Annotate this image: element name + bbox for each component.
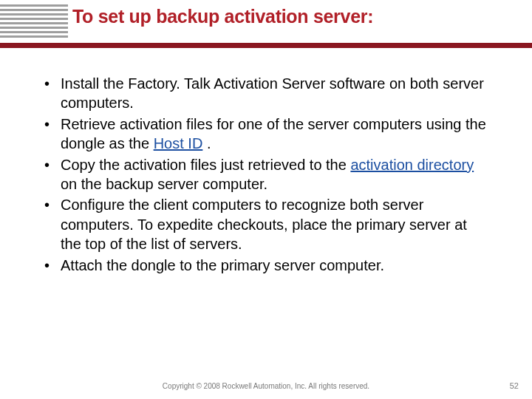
- copyright-footer: Copyright © 2008 Rockwell Automation, In…: [0, 382, 532, 390]
- slide-header: To set up backup activation server:: [0, 0, 532, 53]
- list-item: Configure the client computers to recogn…: [41, 195, 489, 253]
- bullet-text-post: .: [202, 135, 211, 151]
- list-item: Retrieve activation files for one of the…: [41, 115, 489, 154]
- bullet-list: Install the Factory. Talk Activation Ser…: [41, 74, 489, 275]
- slide-title: To set up backup activation server:: [72, 6, 373, 27]
- host-id-link[interactable]: Host ID: [154, 135, 203, 151]
- bullet-text: Install the Factory. Talk Activation Ser…: [61, 75, 484, 111]
- header-redline: [0, 43, 532, 48]
- activation-directory-link[interactable]: activation directory: [350, 157, 474, 173]
- list-item: Copy the activation files just retrieved…: [41, 155, 489, 194]
- slide-content: Install the Factory. Talk Activation Ser…: [0, 53, 532, 275]
- bullet-text-post: on the backup server computer.: [61, 176, 267, 192]
- bullet-text-pre: Copy the activation files just retrieved…: [61, 157, 350, 173]
- bullet-text-pre: Retrieve activation files for one of the…: [61, 116, 486, 151]
- bullet-text: Attach the dongle to the primary server …: [61, 257, 384, 273]
- page-number: 52: [510, 381, 519, 390]
- list-item: Attach the dongle to the primary server …: [41, 256, 489, 275]
- header-decorative-bars: [0, 4, 68, 40]
- bullet-text: Configure the client computers to recogn…: [61, 197, 467, 252]
- list-item: Install the Factory. Talk Activation Ser…: [41, 74, 489, 113]
